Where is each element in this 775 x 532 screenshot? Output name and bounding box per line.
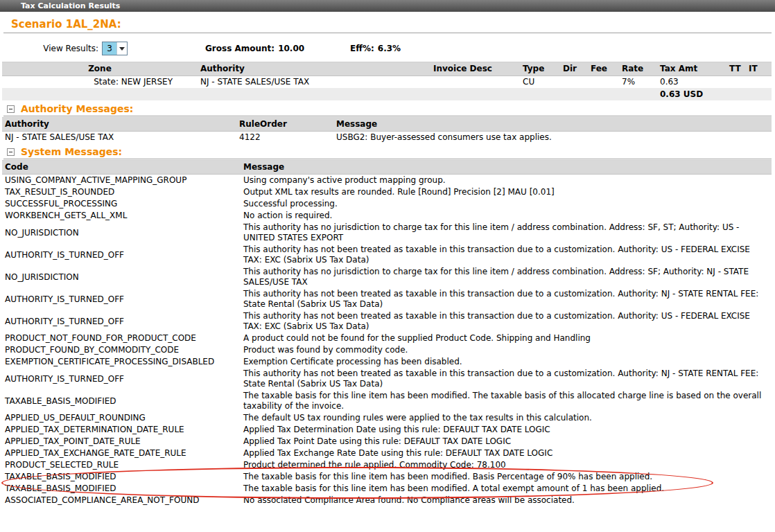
system-message-row: APPLIED_TAX_EXCHANGE_RATE_DATE_RULEAppli…	[2, 447, 772, 459]
col-header-invoice-desc: Invoice Desc	[406, 62, 520, 76]
message-text-cell: Product determined the rule applied. Com…	[241, 459, 772, 471]
system-message-row: USING_COMPANY_ACTIVE_MAPPING_GROUPUsing …	[2, 175, 772, 187]
message-text-cell: A product could not be found for the sup…	[241, 332, 772, 344]
system-messages-section-heading: System Messages:	[7, 146, 775, 157]
results-total-row: 0.63 USD	[2, 88, 772, 100]
total-row-spacer	[2, 88, 657, 100]
system-message-row: AUTHORITY_IS_TURNED_OFFThis authority ha…	[2, 310, 772, 332]
system-message-row: AUTHORITY_IS_TURNED_OFFThis authority ha…	[2, 368, 772, 390]
system-messages-table: Code Message USING_COMPANY_ACTIVE_MAPPIN…	[2, 160, 772, 506]
system-message-row: TAXABLE_BASIS_MODIFIEDThe taxable basis …	[2, 471, 772, 483]
message-text-cell: This authority has not been treated as t…	[241, 368, 772, 390]
col-header-it: IT	[746, 62, 772, 76]
col-header-authority-name: Authority	[2, 118, 236, 132]
message-text-cell: The taxable basis for this line item has…	[241, 390, 772, 412]
results-cell: CU	[520, 76, 560, 89]
effective-rate-label: Eff%:	[350, 44, 374, 53]
message-code-cell: AUTHORITY_IS_TURNED_OFF	[2, 288, 241, 310]
results-row: State: NEW JERSEYNJ - STATE SALES/USE TA…	[2, 76, 772, 89]
message-code-cell: ASSOCIATED_COMPLIANCE_AREA_NOT_FOUND	[2, 495, 241, 506]
system-message-row: EXEMPTION_CERTIFICATE_PROCESSING_DISABLE…	[2, 356, 772, 368]
results-cell: State: NEW JERSEY	[2, 76, 198, 89]
col-header-type: Type	[520, 62, 560, 76]
view-results-selected-value: 3	[103, 42, 116, 55]
message-text-cell: This authority has no jurisdiction to ch…	[241, 222, 772, 244]
authority-message-row: NJ - STATE SALES/USE TAX4122USBG2: Buyer…	[2, 132, 772, 144]
col-header-zone: Zone	[2, 62, 198, 76]
collapse-minus-icon[interactable]	[7, 148, 15, 156]
message-code-cell: EXEMPTION_CERTIFICATE_PROCESSING_DISABLE…	[2, 356, 241, 368]
view-results-select[interactable]: 3	[102, 42, 128, 55]
authority-message-cell: NJ - STATE SALES/USE TAX	[2, 132, 236, 144]
total-row-spacer	[726, 88, 772, 100]
authority-message-cell: 4122	[236, 132, 333, 144]
message-text-cell: This authority has not been treated as t…	[241, 244, 772, 266]
system-messages-heading: System Messages:	[21, 146, 122, 157]
message-code-cell: SUCCESSFUL_PROCESSING	[2, 198, 241, 210]
message-code-cell: WORKBENCH_GETS_ALL_XML	[2, 210, 241, 222]
authority-messages-section-heading: Authority Messages:	[7, 103, 775, 114]
col-header-fee: Fee	[588, 62, 619, 76]
gross-amount: Gross Amount:10.00	[205, 44, 304, 53]
system-message-row: NO_JURISDICTIONThis authority has no jur…	[2, 266, 772, 288]
divider	[3, 116, 772, 116]
message-text-cell: The taxable basis for this line item has…	[241, 483, 772, 495]
message-text-cell: This authority has not been treated as t…	[241, 310, 772, 332]
total-tax-amount: 0.63 USD	[657, 88, 726, 100]
results-cell	[746, 76, 772, 89]
message-text-cell: No action is required.	[241, 210, 772, 222]
system-message-row: AUTHORITY_IS_TURNED_OFFThis authority ha…	[2, 288, 772, 310]
col-header-tax-amt: Tax Amt	[657, 62, 726, 76]
col-header-rule-order: RuleOrder	[236, 118, 333, 132]
title-bar: Tax Calculation Results	[0, 0, 775, 12]
system-message-row: PRODUCT_FOUND_BY_COMMODITY_CODEProduct w…	[2, 344, 772, 356]
message-text-cell: This authority has no jurisdiction to ch…	[241, 266, 772, 288]
message-text-cell: This authority has not been treated as t…	[241, 288, 772, 310]
message-text-cell: The default US tax rounding rules were a…	[241, 412, 772, 424]
system-message-row: TAX_RESULT_IS_ROUNDEDOutput XML tax resu…	[2, 186, 772, 198]
system-message-row: AUTHORITY_IS_TURNED_OFFThis authority ha…	[2, 244, 772, 266]
message-code-cell: NO_JURISDICTION	[2, 222, 241, 244]
system-message-row: APPLIED_US_DEFAULT_ROUNDINGThe default U…	[2, 412, 772, 424]
results-cell	[406, 76, 520, 89]
system-message-row: TAXABLE_BASIS_MODIFIEDThe taxable basis …	[2, 483, 772, 495]
message-text-cell: Output XML tax results are rounded. Rule…	[241, 186, 772, 198]
message-code-cell: AUTHORITY_IS_TURNED_OFF	[2, 310, 241, 332]
results-toolbar: View Results: 3 Gross Amount:10.00 Eff%:…	[3, 41, 775, 56]
message-text-cell: Product was found by commodity code.	[241, 344, 772, 356]
results-cell	[588, 76, 619, 89]
col-header-tt: TT	[726, 62, 746, 76]
col-header-message: Message	[333, 118, 772, 132]
system-message-row: APPLIED_TAX_DETERMINATION_DATE_RULEAppli…	[2, 424, 772, 436]
message-code-cell: USING_COMPANY_ACTIVE_MAPPING_GROUP	[2, 175, 241, 187]
divider	[3, 159, 772, 159]
chevron-down-icon	[116, 42, 127, 55]
divider	[3, 33, 772, 33]
col-header-message: Message	[241, 161, 772, 175]
message-code-cell: TAXABLE_BASIS_MODIFIED	[2, 471, 241, 483]
message-text-cell: The taxable basis for this line item has…	[241, 471, 772, 483]
message-text-cell: Applied Tax Point Date using this rule: …	[241, 436, 772, 447]
effective-rate-value: 6.3%	[378, 44, 401, 53]
collapse-minus-icon[interactable]	[7, 105, 15, 113]
message-text-cell: Applied Tax Exchange Rate Date using thi…	[241, 447, 772, 459]
message-code-cell: TAXABLE_BASIS_MODIFIED	[2, 390, 241, 412]
effective-rate: Eff%:6.3%	[350, 44, 401, 53]
authority-messages-heading: Authority Messages:	[21, 103, 133, 114]
message-code-cell: PRODUCT_NOT_FOUND_FOR_PRODUCT_CODE	[2, 332, 241, 344]
message-code-cell: PRODUCT_FOUND_BY_COMMODITY_CODE	[2, 344, 241, 356]
results-cell	[726, 76, 746, 89]
message-code-cell: APPLIED_TAX_DETERMINATION_DATE_RULE	[2, 424, 241, 436]
gross-amount-label: Gross Amount:	[205, 44, 275, 53]
system-message-row: NO_JURISDICTIONThis authority has no jur…	[2, 222, 772, 244]
authority-messages-header-row: Authority RuleOrder Message	[2, 118, 772, 132]
tax-results-table: Zone Authority Invoice Desc Type Dir Fee…	[2, 62, 772, 100]
system-message-row: ASSOCIATED_COMPLIANCE_AREA_NOT_FOUNDNo a…	[2, 495, 772, 506]
message-text-cell: Exemption Certificate processing has bee…	[241, 356, 772, 368]
results-header-row: Zone Authority Invoice Desc Type Dir Fee…	[2, 62, 772, 76]
col-header-rate: Rate	[619, 62, 657, 76]
message-code-cell: NO_JURISDICTION	[2, 266, 241, 288]
message-code-cell: APPLIED_US_DEFAULT_ROUNDING	[2, 412, 241, 424]
col-header-code: Code	[2, 161, 241, 175]
authority-message-cell: USBG2: Buyer-assessed consumers use tax …	[333, 132, 772, 144]
